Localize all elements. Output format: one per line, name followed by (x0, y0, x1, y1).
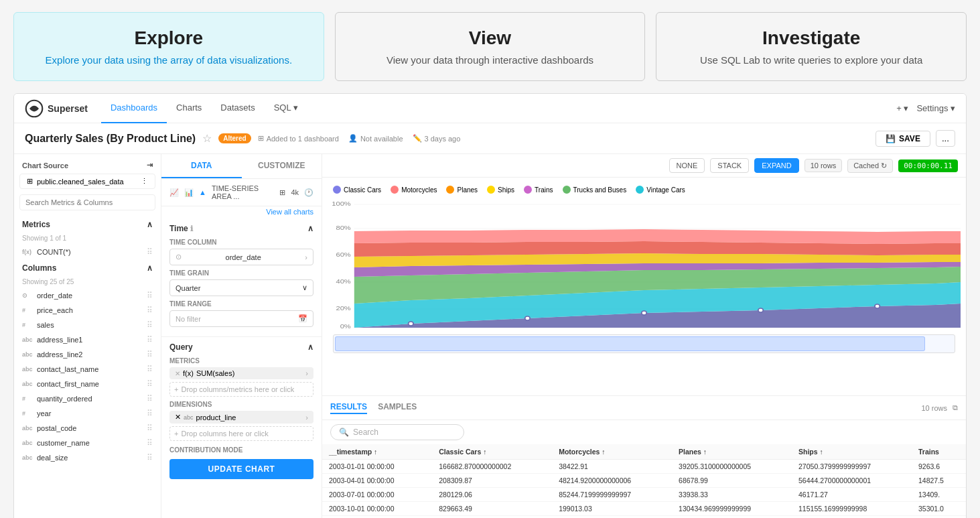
col-name: address_line1 (37, 336, 83, 344)
column-label: abc postal_code (22, 424, 76, 432)
table-row: 2003-01-01 00:00:00166682.87000000000238… (322, 460, 966, 474)
mini-scroll[interactable] (333, 334, 955, 353)
col-type-icon: abc (22, 440, 34, 446)
table-header: __timestamp ↑Classic Cars ↑Motorcycles ↑… (322, 444, 966, 460)
table-cell: 199013.03 (552, 502, 672, 516)
time-badge: 00:00:00.11 (898, 159, 958, 172)
table-column-header[interactable]: Motorcycles ↑ (552, 444, 672, 460)
calendar-icon: 📅 (298, 314, 307, 323)
none-button[interactable]: NONE (669, 158, 705, 173)
nav-tab-dashboards[interactable]: Dashboards (101, 94, 167, 123)
view-all-charts-link[interactable]: View all charts (161, 206, 322, 218)
stack-button[interactable]: STACK (710, 158, 749, 173)
expand-panel-icon[interactable]: ⇥ (147, 161, 153, 170)
investigate-card[interactable]: Investigate Use SQL Lab to write queries… (656, 12, 967, 81)
view-card[interactable]: View View your data through interactive … (335, 12, 646, 81)
datasource-selector[interactable]: ⊞ public.cleaned_sales_data ⋮ (19, 174, 155, 189)
table-column-header[interactable]: Classic Cars ↑ (432, 444, 552, 460)
metrics-drop-zone[interactable]: + Drop columns/metrics here or click (169, 382, 313, 397)
customize-tab[interactable]: CUSTOMIZE (242, 154, 322, 178)
nav-plus-button[interactable]: + ▾ (896, 103, 908, 113)
legend-item: Planes (446, 186, 478, 194)
cached-badge[interactable]: Cached ↻ (847, 159, 893, 173)
table-cell: 2003-01-01 00:00:00 (322, 460, 432, 474)
column-label: abc contact_last_name (22, 365, 98, 373)
table-column-header[interactable]: __timestamp ↑ (322, 444, 432, 460)
nav-tab-datasets[interactable]: Datasets (211, 94, 264, 123)
star-icon[interactable]: ☆ (202, 132, 212, 145)
query-collapse-icon[interactable]: ∧ (307, 342, 313, 352)
scroll-handle[interactable] (335, 336, 925, 351)
columns-collapse-icon[interactable]: ∧ (147, 263, 153, 273)
search-row: 🔍 Search (322, 420, 966, 444)
nav-settings-button[interactable]: Settings ▾ (916, 103, 955, 113)
search-icon: 🔍 (339, 428, 349, 437)
dimensions-drop-zone[interactable]: + Drop columns here or click (169, 426, 313, 441)
drag-handle[interactable]: ⠿ (147, 306, 153, 315)
legend-label: Planes (457, 186, 478, 194)
chart-legend: Classic Cars Motorcycles Planes Ships Tr… (328, 183, 961, 195)
dashboard-icon: ⊞ (258, 134, 264, 143)
nav-tab-sql[interactable]: SQL ▾ (265, 94, 307, 123)
superset-logo-icon (25, 99, 44, 118)
svg-text:100%: 100% (332, 200, 351, 207)
col-type-icon: abc (22, 425, 34, 432)
time-range-label: TIME RANGE (169, 300, 313, 308)
metrics-remove-icon[interactable]: ✕ (175, 370, 180, 377)
drag-handle[interactable]: ⠿ (147, 320, 153, 330)
expand-button[interactable]: EXPAND (754, 158, 798, 173)
search-placeholder: Search (353, 428, 378, 437)
col-name: sales (37, 321, 54, 329)
datasource-options-icon[interactable]: ⋮ (141, 177, 148, 186)
time-column-input[interactable]: ⊙ order_date › (169, 249, 313, 265)
search-box[interactable]: 🔍 Search (330, 424, 464, 440)
legend-label: Classic Cars (344, 186, 381, 194)
search-metrics-input[interactable] (19, 194, 155, 210)
drag-handle[interactable]: ⠿ (147, 291, 153, 300)
drag-handle[interactable]: ⠿ (147, 379, 153, 389)
area-icon: ▲ (199, 188, 206, 196)
col-name: address_line2 (37, 350, 83, 359)
col-name: postal_code (37, 424, 76, 432)
drag-handle[interactable]: ⠿ (147, 335, 153, 344)
table-cell: 68678.99 (672, 474, 792, 488)
drag-handle[interactable]: ⠿ (147, 409, 153, 418)
drag-handle[interactable]: ⠿ (147, 247, 153, 257)
copy-icon[interactable]: ⧉ (953, 403, 958, 412)
nav-tab-charts[interactable]: Charts (167, 94, 211, 123)
chart-title: Quarterly Sales (By Product Line) (25, 133, 196, 145)
more-options-button[interactable]: ... (936, 130, 955, 147)
results-rows-count: 10 rows (921, 404, 947, 412)
table-column-header[interactable]: Planes ↑ (672, 444, 792, 460)
samples-tab[interactable]: SAMPLES (378, 402, 417, 414)
dim-remove-icon[interactable]: ✕ (175, 413, 181, 422)
time-grain-select[interactable]: Quarter ∨ (169, 279, 313, 296)
table-column-header[interactable]: Ships ↑ (792, 444, 912, 460)
drag-handle[interactable]: ⠿ (147, 424, 153, 433)
drag-handle[interactable]: ⠿ (147, 365, 153, 374)
data-tab[interactable]: DATA (161, 154, 242, 178)
table-cell: 14827.5 (912, 474, 966, 488)
metrics-collapse-icon[interactable]: ∧ (147, 220, 153, 229)
col-type-icon: # (22, 322, 34, 328)
drag-handle[interactable]: ⠿ (147, 394, 153, 403)
table-cell: 2003-10-01 00:00:00 (322, 502, 432, 516)
column-row: abc address_line1 ⠿ (14, 332, 161, 347)
chart-viz-area: Classic Cars Motorcycles Planes Ships Tr… (322, 178, 966, 395)
drag-handle[interactable]: ⠿ (147, 350, 153, 359)
results-table: __timestamp ↑Classic Cars ↑Motorcycles ↑… (322, 444, 966, 518)
save-button[interactable]: 💾 SAVE (876, 131, 930, 147)
update-chart-button[interactable]: UPDATE CHART (169, 459, 313, 479)
explore-card[interactable]: Explore Explore your data using the arra… (13, 12, 324, 81)
metric-label: f(x) COUNT(*) (22, 248, 71, 256)
table-cell: 73113.4699999999998 (672, 516, 792, 519)
results-tab[interactable]: RESULTS (330, 402, 367, 414)
explore-desc: Explore your data using the array of dat… (34, 54, 303, 66)
time-collapse-icon[interactable]: ∧ (307, 224, 313, 233)
table-column-header[interactable]: Trains (912, 444, 966, 460)
col-type-icon: abc (22, 351, 34, 358)
drag-handle[interactable]: ⠿ (147, 438, 153, 448)
drag-handle[interactable]: ⠿ (147, 453, 153, 462)
time-range-input[interactable]: No filter 📅 (169, 310, 313, 327)
col-name: customer_name (37, 439, 90, 447)
